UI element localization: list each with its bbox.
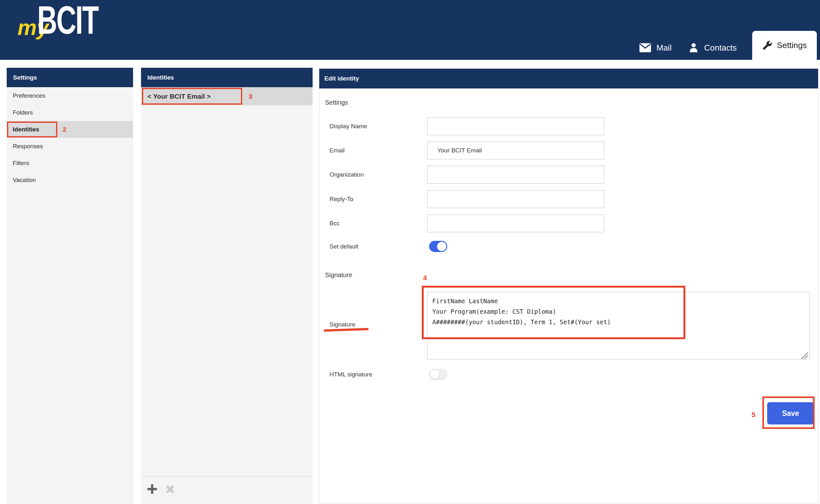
annotation-number-5: 5 [752, 411, 755, 419]
identities-list-panel: Identities < Your BCIT Email > 3 [141, 68, 312, 504]
logo-bcit-text: BCIT [37, 0, 98, 40]
edit-identity-panel: Edit identity Settings Display Name Emai… [319, 68, 818, 503]
textarea-resize-handle[interactable] [800, 351, 809, 360]
signature-label: Signature [329, 321, 355, 328]
wrench-icon [762, 40, 772, 50]
signature-section-heading: Signature [325, 271, 352, 279]
sidebar-item-label: Preferences [13, 92, 45, 99]
reply-to-label: Reply-To [329, 196, 353, 203]
sidebar-item-label: Filters [13, 160, 29, 166]
contacts-icon [688, 42, 699, 53]
settings-sidebar: Settings Preferences Folders Identities … [7, 68, 133, 504]
sidebar-item-label: Folders [13, 109, 33, 116]
reply-to-input[interactable] [427, 190, 604, 208]
set-default-toggle-on[interactable] [429, 241, 447, 252]
display-name-label: Display Name [329, 123, 367, 130]
settings-section-heading: Settings [325, 99, 348, 106]
settings-sidebar-title: Settings [7, 68, 133, 87]
email-input[interactable] [427, 142, 604, 159]
bcc-input[interactable] [427, 214, 604, 232]
identities-panel-footer [141, 476, 312, 504]
identities-panel-title: Identities [141, 68, 312, 87]
sidebar-item-vacation[interactable]: Vacation [7, 171, 133, 188]
sidebar-item-identities[interactable]: Identities 2 [7, 121, 133, 138]
top-header-bar: my BCIT Mail Contacts Settings [0, 0, 820, 60]
annotation-number-3: 3 [249, 87, 252, 105]
nav-settings-label: Settings [777, 40, 807, 50]
save-button[interactable]: Save [767, 402, 814, 424]
nav-contacts[interactable]: Contacts [688, 38, 737, 58]
nav-mail-label: Mail [656, 43, 672, 53]
sidebar-item-filters[interactable]: Filters [7, 155, 133, 171]
toggle-knob [437, 242, 446, 251]
set-default-label: Set default [329, 243, 358, 250]
sidebar-item-label: Identities [13, 126, 39, 133]
annotation-number-2: 2 [63, 121, 67, 138]
nav-mail[interactable]: Mail [639, 38, 672, 58]
nav-contacts-label: Contacts [704, 43, 737, 53]
signature-textarea[interactable]: FirstName LastName Your Program(example:… [427, 292, 810, 360]
html-signature-label: HTML signature [329, 371, 372, 378]
edit-identity-title: Edit identity [319, 69, 818, 88]
signature-label-red-underline [324, 328, 368, 332]
bcc-label: Bcc [329, 220, 340, 227]
mybcit-settings-page: my BCIT Mail Contacts Settings [0, 0, 820, 504]
sidebar-item-label: Responses [13, 143, 43, 150]
sidebar-item-responses[interactable]: Responses [7, 138, 133, 155]
sidebar-item-folders[interactable]: Folders [7, 104, 133, 121]
add-identity-button[interactable] [147, 484, 157, 494]
organization-label: Organization [329, 171, 364, 178]
mail-icon [639, 43, 651, 53]
toggle-knob [430, 370, 439, 379]
sidebar-item-preferences[interactable]: Preferences [7, 87, 133, 104]
delete-identity-button[interactable] [166, 485, 174, 493]
html-signature-toggle-off[interactable] [429, 369, 447, 380]
nav-settings-tab-active[interactable]: Settings [752, 31, 817, 60]
identity-item-label: < Your BCIT Email > [147, 93, 211, 100]
display-name-input[interactable] [427, 117, 604, 135]
organization-input[interactable] [427, 166, 604, 184]
annotation-number-4: 4 [423, 274, 427, 282]
identity-list-item[interactable]: < Your BCIT Email > 3 [141, 87, 312, 105]
email-label: Email [329, 147, 345, 154]
sidebar-item-label: Vacation [13, 177, 36, 183]
